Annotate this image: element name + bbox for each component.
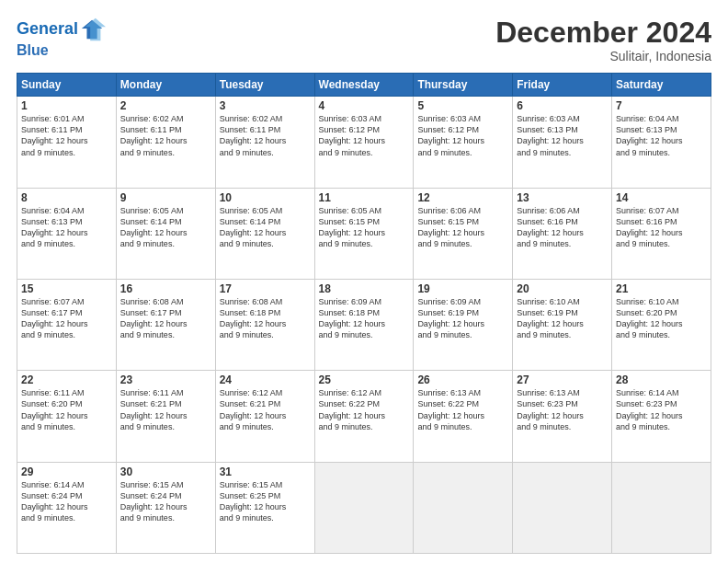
logo-general: General (17, 19, 78, 38)
logo: General Blue (17, 17, 106, 59)
week-row-5: 29 Sunrise: 6:14 AMSunset: 6:24 PMDaylig… (17, 462, 711, 553)
table-row: 18 Sunrise: 6:09 AMSunset: 6:18 PMDaylig… (314, 279, 414, 370)
col-thursday: Thursday (414, 74, 513, 97)
table-row: 21 Sunrise: 6:10 AMSunset: 6:20 PMDaylig… (612, 279, 711, 370)
title-block: December 2024 Sulitair, Indonesia (495, 17, 711, 63)
table-row: 13 Sunrise: 6:06 AMSunset: 6:16 PMDaylig… (513, 188, 612, 279)
week-row-2: 8 Sunrise: 6:04 AMSunset: 6:13 PMDayligh… (17, 188, 711, 279)
table-row: 16 Sunrise: 6:08 AMSunset: 6:17 PMDaylig… (116, 279, 215, 370)
table-row: 29 Sunrise: 6:14 AMSunset: 6:24 PMDaylig… (17, 462, 117, 553)
table-row: 12 Sunrise: 6:06 AMSunset: 6:15 PMDaylig… (414, 188, 513, 279)
table-row: 15 Sunrise: 6:07 AMSunset: 6:17 PMDaylig… (17, 279, 117, 370)
week-row-4: 22 Sunrise: 6:11 AMSunset: 6:20 PMDaylig… (17, 371, 711, 462)
page: General Blue December 2024 Sulitair, Ind… (0, 0, 728, 563)
col-wednesday: Wednesday (314, 74, 414, 97)
calendar-table: Sunday Monday Tuesday Wednesday Thursday… (17, 73, 711, 554)
location: Sulitair, Indonesia (495, 49, 711, 63)
table-row: 9 Sunrise: 6:05 AMSunset: 6:14 PMDayligh… (116, 188, 215, 279)
header: General Blue December 2024 Sulitair, Ind… (17, 17, 711, 63)
table-row: 26 Sunrise: 6:13 AMSunset: 6:22 PMDaylig… (414, 371, 513, 462)
table-row: 14 Sunrise: 6:07 AMSunset: 6:16 PMDaylig… (612, 188, 711, 279)
table-row: 22 Sunrise: 6:11 AMSunset: 6:20 PMDaylig… (17, 371, 117, 462)
logo-blue: Blue (17, 42, 106, 59)
table-row: 2 Sunrise: 6:02 AMSunset: 6:11 PMDayligh… (116, 97, 215, 188)
col-monday: Monday (116, 74, 215, 97)
table-row: 10 Sunrise: 6:05 AMSunset: 6:14 PMDaylig… (215, 188, 314, 279)
table-row: 27 Sunrise: 6:13 AMSunset: 6:23 PMDaylig… (513, 371, 612, 462)
logo-icon (80, 17, 106, 42)
table-row-empty (314, 462, 414, 553)
table-row: 4 Sunrise: 6:03 AMSunset: 6:12 PMDayligh… (314, 97, 414, 188)
table-row: 28 Sunrise: 6:14 AMSunset: 6:23 PMDaylig… (612, 371, 711, 462)
table-row: 1 Sunrise: 6:01 AMSunset: 6:11 PMDayligh… (17, 97, 117, 188)
table-row: 19 Sunrise: 6:09 AMSunset: 6:19 PMDaylig… (414, 279, 513, 370)
table-row: 30 Sunrise: 6:15 AMSunset: 6:24 PMDaylig… (116, 462, 215, 553)
table-row: 3 Sunrise: 6:02 AMSunset: 6:11 PMDayligh… (215, 97, 314, 188)
table-row: 17 Sunrise: 6:08 AMSunset: 6:18 PMDaylig… (215, 279, 314, 370)
day-header-row: Sunday Monday Tuesday Wednesday Thursday… (17, 74, 711, 97)
table-row: 20 Sunrise: 6:10 AMSunset: 6:19 PMDaylig… (513, 279, 612, 370)
table-row: 25 Sunrise: 6:12 AMSunset: 6:22 PMDaylig… (314, 371, 414, 462)
col-tuesday: Tuesday (215, 74, 314, 97)
table-row: 7 Sunrise: 6:04 AMSunset: 6:13 PMDayligh… (612, 97, 711, 188)
week-row-3: 15 Sunrise: 6:07 AMSunset: 6:17 PMDaylig… (17, 279, 711, 370)
table-row: 24 Sunrise: 6:12 AMSunset: 6:21 PMDaylig… (215, 371, 314, 462)
table-row: 8 Sunrise: 6:04 AMSunset: 6:13 PMDayligh… (17, 188, 117, 279)
col-saturday: Saturday (612, 74, 711, 97)
col-friday: Friday (513, 74, 612, 97)
logo-text: General (17, 20, 78, 39)
col-sunday: Sunday (17, 74, 117, 97)
table-row: 11 Sunrise: 6:05 AMSunset: 6:15 PMDaylig… (314, 188, 414, 279)
table-row: 5 Sunrise: 6:03 AMSunset: 6:12 PMDayligh… (414, 97, 513, 188)
table-row: 23 Sunrise: 6:11 AMSunset: 6:21 PMDaylig… (116, 371, 215, 462)
week-row-1: 1 Sunrise: 6:01 AMSunset: 6:11 PMDayligh… (17, 97, 711, 188)
table-row: 6 Sunrise: 6:03 AMSunset: 6:13 PMDayligh… (513, 97, 612, 188)
table-row-empty (513, 462, 612, 553)
table-row-empty (612, 462, 711, 553)
table-row-empty (414, 462, 513, 553)
table-row: 31 Sunrise: 6:15 AMSunset: 6:25 PMDaylig… (215, 462, 314, 553)
month-title: December 2024 (495, 17, 711, 49)
